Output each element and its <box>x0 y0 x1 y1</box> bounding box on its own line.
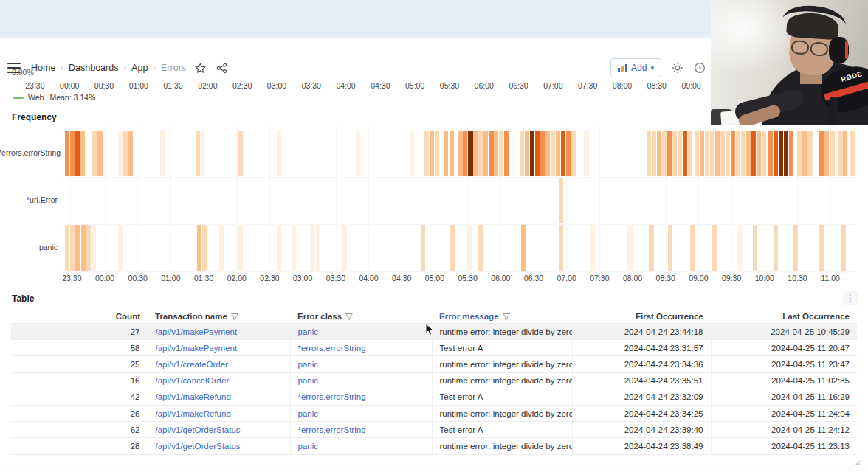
table-row[interactable]: 25/api/v1/createOrderpanicruntime error:… <box>11 356 857 372</box>
heatmap-axis-tick: 06:00 <box>484 274 517 282</box>
cell-error-class[interactable]: *errors.errorString <box>290 389 432 405</box>
mouse-cursor <box>425 323 435 339</box>
cell-link[interactable]: /api/v1/createOrder <box>156 360 228 369</box>
heatmap-row-label: *errors.errorString <box>0 148 58 157</box>
legend-series-name[interactable]: Web <box>28 93 44 102</box>
heatmap-bar <box>705 131 709 176</box>
column-header-error-message[interactable]: Error message <box>432 310 572 324</box>
cell-link[interactable]: panic <box>298 442 319 451</box>
heatmap-bar <box>667 131 672 176</box>
breadcrumb-item-dashboards[interactable]: Dashboards <box>69 63 118 73</box>
gear-icon[interactable] <box>672 62 683 74</box>
column-header-transaction-name[interactable]: Transaction name <box>148 310 290 324</box>
heatmap-bar <box>662 131 666 176</box>
heatmap-bar <box>160 131 165 176</box>
heatmap-axis-tick: 06:30 <box>517 274 551 282</box>
column-header-error-class[interactable]: Error class <box>290 310 432 324</box>
cell-link[interactable]: panic <box>298 409 319 418</box>
cell-error-class[interactable]: *errors.errorString <box>290 422 432 438</box>
table-row[interactable]: 62/api/v1/getOrderStatus*errors.errorStr… <box>11 422 857 438</box>
cell-error-message: runtime error: integer divide by zero <box>432 372 572 389</box>
cell-link[interactable]: panic <box>298 327 319 336</box>
cell-link[interactable]: /api/v1/makeRefund <box>156 409 231 418</box>
cell-error-message: Test error A <box>432 422 572 438</box>
column-header-label: Last Occurrence <box>782 312 850 321</box>
heatmap-bar <box>196 131 200 176</box>
heatmap-bar <box>819 131 823 176</box>
table-row[interactable]: 58/api/v1/makePayment*errors.errorString… <box>11 340 857 356</box>
heatmap-bar <box>652 131 656 176</box>
column-header-label: Count <box>116 312 140 321</box>
cell-error-class[interactable]: panic <box>290 405 432 421</box>
cell-link[interactable]: /api/v1/makePayment <box>156 327 238 336</box>
heatmap-bar <box>746 131 751 176</box>
heatmap-bar <box>310 225 314 271</box>
cell-transaction-name[interactable]: /api/v1/getOrderStatus <box>148 422 290 438</box>
cell-transaction-name[interactable]: /api/v1/makePayment <box>148 324 290 340</box>
cell-transaction-name[interactable]: /api/v1/getOrderStatus <box>148 438 290 454</box>
table-row[interactable]: 28/api/v1/getOrderStatuspanicruntime err… <box>11 438 857 454</box>
cell-link[interactable]: /api/v1/cancelOrder <box>156 376 230 385</box>
cell-link[interactable]: /api/v1/makeRefund <box>156 392 231 401</box>
cell-link[interactable]: *errors.errorString <box>298 426 366 434</box>
cell-link[interactable]: *errors.errorString <box>298 392 366 401</box>
cell-transaction-name[interactable]: /api/v1/makePayment <box>148 340 290 356</box>
cell-transaction-name[interactable]: /api/v1/cancelOrder <box>148 372 290 389</box>
cell-error-message: runtime error: integer divide by zero <box>432 356 572 372</box>
heatmap-bar <box>494 131 498 176</box>
breadcrumb-item-home[interactable]: Home <box>31 63 55 73</box>
heatmap-bar <box>424 131 429 176</box>
heatmap-bar <box>768 131 773 176</box>
table-row[interactable]: 42/api/v1/makeRefund*errors.errorStringT… <box>11 389 857 405</box>
cell-link[interactable]: /api/v1/getOrderStatus <box>156 442 241 451</box>
heatmap-axis-tick: 10:00 <box>748 274 781 282</box>
history-clock-icon[interactable] <box>694 62 706 74</box>
heatmap-bar <box>450 131 454 176</box>
cell-link[interactable]: *errors.errorString <box>298 344 366 353</box>
heatmap-axis-tick: 00:30 <box>121 274 154 282</box>
star-icon[interactable] <box>195 63 206 74</box>
breadcrumb-item-errors[interactable]: Errors <box>161 63 186 73</box>
heatmap-bar <box>559 178 563 223</box>
heatmap-bar <box>710 131 714 176</box>
cell-link[interactable]: panic <box>298 360 319 369</box>
cell-link[interactable]: /api/v1/makePayment <box>156 344 238 353</box>
cell-error-class[interactable]: panic <box>290 356 432 372</box>
table-row[interactable]: 26/api/v1/makeRefundpanicruntime error: … <box>11 405 857 421</box>
add-button[interactable]: Add ▾ <box>610 58 661 77</box>
mini-chart-y-tick: 0.00% <box>12 68 34 77</box>
table-panel-title: Table <box>12 294 34 304</box>
panel-menu-icon[interactable]: ⋮ <box>843 291 858 305</box>
breadcrumb-item-app[interactable]: App <box>131 63 148 73</box>
heatmap-bar <box>219 225 224 271</box>
cell-error-class[interactable]: panic <box>290 324 432 340</box>
heatmap-bar <box>80 131 85 176</box>
cell-transaction-name[interactable]: /api/v1/createOrder <box>148 356 290 372</box>
heatmap-bar <box>65 225 69 271</box>
cell-link[interactable]: panic <box>298 376 319 385</box>
share-icon[interactable] <box>216 63 227 74</box>
heatmap-row <box>63 224 856 272</box>
cell-count: 27 <box>11 324 148 340</box>
mini-axis-tick: 02:30 <box>225 81 260 90</box>
heatmap-bar <box>807 131 812 176</box>
cell-error-class[interactable]: panic <box>290 438 432 454</box>
table-row[interactable]: 16/api/v1/cancelOrderpanicruntime error:… <box>11 372 857 389</box>
heatmap-axis-tick: 09:00 <box>682 274 715 282</box>
glasses-icon <box>790 40 830 55</box>
add-button-label: Add <box>631 63 647 73</box>
cell-error-class[interactable]: *errors.errorString <box>290 340 432 356</box>
heatmap-axis-tick: 03:00 <box>286 274 320 282</box>
heatmap-bar <box>824 131 829 176</box>
heatmap-bar <box>551 131 555 176</box>
heatmap-bar <box>458 131 462 176</box>
cell-link[interactable]: /api/v1/getOrderStatus <box>156 426 241 434</box>
heatmap-bar <box>356 131 360 176</box>
cell-transaction-name[interactable]: /api/v1/makeRefund <box>148 405 290 421</box>
heatmap-bar <box>700 131 704 176</box>
cell-transaction-name[interactable]: /api/v1/makeRefund <box>148 389 290 405</box>
heatmap-bar <box>774 225 778 271</box>
cell-error-class[interactable]: panic <box>290 372 432 389</box>
heatmap-bar <box>277 131 281 176</box>
heatmap-bar <box>841 225 846 271</box>
